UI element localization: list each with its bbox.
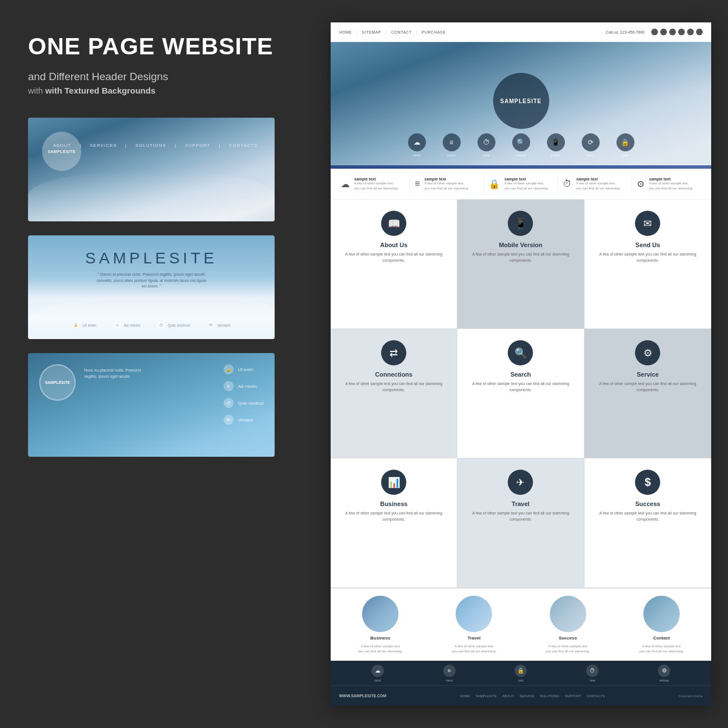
time-icon: ⏱	[477, 133, 495, 151]
mobile-version-icon: 📱	[508, 211, 533, 236]
send-us-desc: A few of other sample text you can find …	[593, 252, 703, 263]
preview-card-1: SAMPLESITE ABOUT | SERVICES | SOLUTIONS …	[28, 118, 275, 221]
feature-4: ⏱ sample text A few of other sample text…	[558, 177, 632, 191]
footer-nav-row: WWW.SAMPLESITE.COM HOME SAMPLESITE ABOUT…	[331, 686, 711, 706]
phone-number: Call us: 123-456-7890	[606, 30, 644, 34]
connections-icon: ⇄	[381, 340, 406, 365]
menu-icon: ≡	[443, 133, 461, 151]
mockup-header-right: Call us: 123-456-7890	[606, 29, 703, 35]
service-icon: ⚙	[635, 340, 660, 365]
success-icon: $	[635, 470, 660, 495]
search-desc: A few of other sample text you can find …	[466, 381, 575, 393]
portfolio-travel-label: Travel	[467, 636, 480, 641]
grid-success: $ Success A few of other sample text you…	[585, 458, 711, 588]
feature-2: ≡ sample text A few of other sample text…	[410, 177, 484, 191]
portfolio-travel-image	[456, 596, 492, 632]
connections-desc: A few of other sample text you can find …	[339, 381, 448, 393]
grid-search: 🔍 Search A few of other sample text you …	[457, 329, 584, 458]
social-icon-1	[651, 29, 658, 35]
grid-business: 📊 Business A few of other sample text yo…	[331, 458, 457, 588]
preview-card-3: SAMPLESITE Nunc eu placerat nulla. Praes…	[28, 353, 275, 457]
footer-icon-time: ⏱ time	[586, 665, 599, 682]
footer-cloud-icon: ☁	[372, 665, 384, 677]
social-icon-4	[678, 29, 685, 35]
lock-icon: 🔒	[616, 133, 634, 151]
hero-icon-lock: 🔒 lock	[616, 133, 634, 157]
card2-title: SAMPLESITE	[85, 249, 217, 267]
footer-copyright: Copyright Name	[679, 694, 703, 698]
cloud-icon: ☁	[408, 133, 426, 151]
feature-5: ⚙ sample text A few of other sample text…	[632, 177, 706, 191]
hero-icon-cloud: ☁ cloud	[408, 133, 426, 157]
footer-icon-lock: 🔒 lock	[514, 665, 527, 682]
main-title: ONE PAGE WEBSITE	[28, 34, 273, 59]
portfolio-business-sublabel: A few of other sample text you can find …	[358, 644, 403, 653]
service-title: Service	[637, 371, 659, 378]
card3-right-menu: 🔒 Ut enim ≡ Ad minim ⏱ Quis nostrud ✉ Ve…	[224, 364, 263, 425]
search-title: Search	[511, 371, 531, 378]
portfolio-success-sublabel: A few of other sample text you can find …	[545, 644, 590, 653]
right-panel: HOME | SITEMAP | CONTACT | PURCHASE Call…	[314, 0, 728, 728]
grid-search-icon: 🔍	[508, 340, 533, 365]
travel-title: Travel	[512, 500, 530, 507]
mockup-portfolio: Business A few of other sample text you …	[331, 588, 711, 661]
connections-title: Connections	[375, 371, 412, 378]
social-icons	[651, 29, 703, 35]
portfolio-success-label: Success	[559, 636, 577, 641]
portfolio-success: Success A few of other sample text you c…	[524, 596, 612, 653]
portfolio-business-image	[362, 596, 398, 632]
website-mockup: HOME | SITEMAP | CONTACT | PURCHASE Call…	[331, 22, 711, 706]
mockup-grid: 📖 About Us A few of other sample text yo…	[331, 200, 711, 588]
portfolio-success-image	[550, 596, 586, 632]
card3-text: Nunc eu placerat nulla. Praesent sagitti…	[84, 367, 151, 379]
mockup-header: HOME | SITEMAP | CONTACT | PURCHASE Call…	[331, 22, 711, 42]
service-desc: A few of other sample text you can find …	[593, 381, 703, 393]
mockup-features: ☁ sample text A few of other sample text…	[331, 169, 711, 200]
left-panel: ONE PAGE WEBSITE and Different Header De…	[0, 0, 314, 728]
hero-icon-mobile: 📱 mobile	[547, 133, 565, 157]
footer-links: HOME SAMPLESITE ABOUT SERVICE SOLUTIONS …	[460, 694, 605, 698]
footer-menu-icon: ≡	[443, 665, 456, 677]
business-title: Business	[380, 500, 407, 507]
footer-lock-icon: 🔒	[514, 665, 527, 677]
grid-travel: ✈ Travel A few of other sample text you …	[457, 458, 584, 588]
mobile-version-title: Mobile Version	[499, 242, 542, 248]
feature-time-icon: ⏱	[563, 179, 572, 189]
grid-about-us: 📖 About Us A few of other sample text yo…	[331, 200, 457, 329]
about-us-icon: 📖	[381, 211, 406, 236]
mockup-hero: SAMPLESITE ☁ cloud ≡ menu ⏱ time 🔍 searc…	[331, 42, 711, 165]
hero-icon-search: 🔍 search	[512, 133, 530, 157]
hero-logo: SAMPLESITE	[493, 73, 549, 129]
about-us-title: About Us	[380, 242, 407, 248]
about-us-desc: A few of other sample text you can find …	[339, 252, 448, 263]
grid-service: ⚙ Service A few of other sample text you…	[585, 329, 711, 458]
send-us-icon: ✉	[635, 211, 660, 236]
portfolio-travel-sublabel: A few of other sample text you can find …	[452, 644, 497, 653]
preview-card-2: SAMPLESITE " Danec at plecerat nulla. Pr…	[28, 235, 275, 339]
search-icon: 🔍	[512, 133, 530, 151]
send-us-title: Send Us	[636, 242, 660, 248]
portfolio-business: Business A few of other sample text you …	[336, 596, 424, 653]
portfolio-contact-sublabel: A few of other sample text you can find …	[639, 644, 684, 653]
mobile-icon: 📱	[547, 133, 565, 151]
feature-3: 🔒 sample text A few of other sample text…	[484, 177, 558, 191]
feature-cloud-icon: ☁	[341, 179, 350, 189]
footer-icons-row: ☁ cloud ≡ menu 🔒 lock ⏱ time ⚙ settin	[331, 661, 711, 686]
business-desc: A few of other sample text you can find …	[339, 511, 448, 522]
card1-nav: ABOUT | SERVICES | SOLUTIONS | SUPPORT |…	[53, 143, 258, 148]
footer-logo: WWW.SAMPLESITE.COM	[339, 694, 386, 698]
travel-icon: ✈	[508, 470, 533, 495]
feature-menu-icon: ≡	[415, 179, 420, 189]
portfolio-contact-label: Contact	[653, 636, 670, 641]
card2-subtitle: " Danec at plecerat nulla. Praesent sagi…	[95, 272, 207, 290]
social-icon-6	[696, 29, 703, 35]
hero-icon-time: ⏱ time	[477, 133, 495, 157]
social-icon-5	[687, 29, 694, 35]
footer-gear-icon: ⚙	[658, 665, 670, 677]
portfolio-contact: Contact A few of other sample text you c…	[618, 596, 706, 653]
business-icon: 📊	[381, 470, 406, 495]
sync-icon: ⟳	[582, 133, 600, 151]
footer-icon-menu: ≡ menu	[443, 665, 456, 682]
grid-connections: ⇄ Connections A few of other sample text…	[331, 329, 457, 458]
hero-icon-sync: ⟳ sync	[582, 133, 600, 157]
